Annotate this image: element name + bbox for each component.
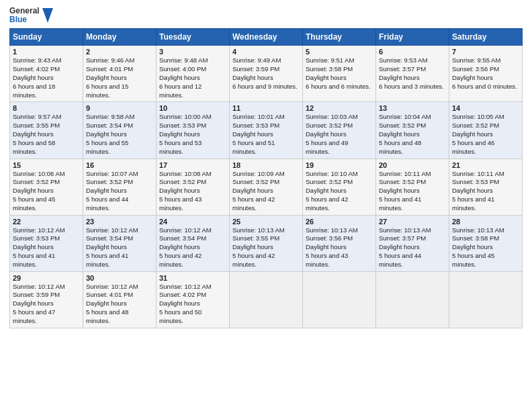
sunrise-label: Sunrise: 9:51 AM [306, 56, 354, 64]
sunset-label: Sunset: 4:00 PM [159, 65, 206, 73]
sunrise-label: Sunrise: 10:01 AM [232, 113, 285, 120]
daylight-label: Daylight hours [86, 74, 127, 81]
sunset-label: Sunset: 4:01 PM [86, 291, 133, 298]
day-info: Sunrise: 10:10 AM Sunset: 3:52 PM Daylig… [306, 170, 373, 213]
sunset-label: Sunset: 3:58 PM [306, 65, 353, 73]
calendar-day-cell: 23 Sunrise: 10:12 AM Sunset: 3:54 PM Day… [83, 215, 157, 271]
day-number: 15 [13, 161, 80, 169]
daylight-duration: 5 hours and 48 minutes. [379, 139, 421, 155]
day-header-monday: Monday [83, 29, 157, 46]
daylight-duration: 5 hours and 48 minutes. [86, 308, 128, 324]
daylight-duration: 6 hours and 15 minutes. [86, 83, 128, 99]
day-number: 23 [86, 218, 153, 226]
day-info: Sunrise: 10:12 AM Sunset: 3:53 PM Daylig… [13, 226, 80, 269]
daylight-duration: 5 hours and 50 minutes. [159, 308, 202, 324]
day-number: 2 [86, 48, 153, 56]
sunrise-label: Sunrise: 10:10 AM [306, 170, 358, 177]
daylight-label: Daylight hours [306, 74, 347, 81]
calendar-table: SundayMondayTuesdayWednesdayThursdayFrid… [9, 28, 523, 328]
sunset-label: Sunset: 3:52 PM [379, 122, 426, 129]
calendar-day-cell: 10 Sunrise: 10:00 AM Sunset: 3:53 PM Day… [157, 102, 230, 158]
day-number: 7 [452, 48, 519, 56]
day-info: Sunrise: 9:53 AM Sunset: 3:57 PM Dayligh… [379, 56, 446, 91]
daylight-duration: 5 hours and 41 minutes. [452, 195, 494, 212]
daylight-label: Daylight hours [86, 243, 127, 250]
sunset-label: Sunset: 3:52 PM [159, 178, 206, 185]
daylight-duration: 5 hours and 53 minutes. [159, 139, 202, 155]
sunset-label: Sunset: 3:57 PM [379, 65, 426, 73]
sunrise-label: Sunrise: 9:53 AM [379, 56, 427, 64]
day-number: 10 [159, 104, 226, 112]
day-number: 6 [379, 48, 446, 56]
sunset-label: Sunset: 3:52 PM [452, 122, 499, 129]
day-number: 29 [13, 274, 80, 282]
daylight-duration: 6 hours and 0 minutes. [452, 83, 517, 90]
daylight-duration: 5 hours and 41 minutes. [86, 252, 128, 268]
daylight-label: Daylight hours [232, 130, 273, 138]
daylight-label: Daylight hours [159, 130, 200, 138]
day-info: Sunrise: 10:06 AM Sunset: 3:52 PM Daylig… [13, 170, 80, 213]
daylight-duration: 5 hours and 42 minutes. [232, 195, 275, 212]
sunset-label: Sunset: 3:52 PM [379, 178, 426, 185]
day-info: Sunrise: 10:13 AM Sunset: 3:55 PM Daylig… [232, 226, 300, 269]
daylight-duration: 5 hours and 45 minutes. [452, 252, 494, 268]
day-number: 26 [306, 218, 373, 226]
calendar-day-cell: 14 Sunrise: 10:05 AM Sunset: 3:52 PM Day… [449, 102, 523, 158]
day-number: 17 [159, 161, 226, 169]
sunrise-label: Sunrise: 10:12 AM [159, 283, 212, 290]
day-number: 21 [452, 161, 519, 169]
day-info: Sunrise: 9:55 AM Sunset: 3:56 PM Dayligh… [452, 56, 519, 91]
day-number: 25 [232, 218, 300, 226]
sunrise-label: Sunrise: 9:57 AM [13, 113, 61, 120]
sunrise-label: Sunrise: 10:11 AM [379, 170, 431, 177]
calendar-day-cell: 20 Sunrise: 10:11 AM Sunset: 3:52 PM Day… [376, 158, 449, 215]
day-number: 27 [379, 218, 446, 226]
daylight-duration: 5 hours and 42 minutes. [159, 252, 202, 268]
sunset-label: Sunset: 3:52 PM [86, 178, 133, 185]
daylight-label: Daylight hours [306, 187, 347, 194]
calendar-day-cell: 6 Sunrise: 9:53 AM Sunset: 3:57 PM Dayli… [376, 46, 449, 102]
calendar-day-cell: 5 Sunrise: 9:51 AM Sunset: 3:58 PM Dayli… [303, 46, 376, 102]
sunrise-label: Sunrise: 10:13 AM [379, 226, 431, 234]
daylight-label: Daylight hours [379, 130, 420, 138]
sunset-label: Sunset: 3:53 PM [159, 122, 206, 129]
calendar-day-cell: 9 Sunrise: 9:58 AM Sunset: 3:54 PM Dayli… [83, 102, 157, 158]
daylight-label: Daylight hours [232, 74, 273, 81]
sunrise-label: Sunrise: 10:13 AM [232, 226, 285, 234]
sunrise-label: Sunrise: 10:11 AM [452, 170, 504, 177]
logo: General Blue [9, 7, 53, 24]
daylight-duration: 5 hours and 42 minutes. [232, 252, 275, 268]
calendar-day-cell: 1 Sunrise: 9:43 AM Sunset: 4:02 PM Dayli… [10, 46, 83, 102]
daylight-duration: 6 hours and 3 minutes. [379, 83, 444, 90]
day-info: Sunrise: 10:11 AM Sunset: 3:52 PM Daylig… [379, 170, 446, 213]
logo-arrow-icon [41, 7, 53, 24]
sunset-label: Sunset: 3:54 PM [86, 234, 133, 242]
calendar-day-cell: 11 Sunrise: 10:01 AM Sunset: 3:53 PM Day… [230, 102, 303, 158]
daylight-duration: 5 hours and 43 minutes. [306, 252, 348, 268]
sunrise-label: Sunrise: 10:13 AM [452, 226, 504, 234]
calendar-day-cell: 19 Sunrise: 10:10 AM Sunset: 3:52 PM Day… [303, 158, 376, 215]
daylight-duration: 6 hours and 6 minutes. [306, 83, 371, 90]
daylight-duration: 5 hours and 58 minutes. [13, 139, 55, 155]
day-info: Sunrise: 10:03 AM Sunset: 3:52 PM Daylig… [306, 113, 373, 156]
calendar-week-row: 22 Sunrise: 10:12 AM Sunset: 3:53 PM Day… [10, 215, 523, 271]
day-info: Sunrise: 10:12 AM Sunset: 3:54 PM Daylig… [159, 226, 226, 269]
day-info: Sunrise: 10:04 AM Sunset: 3:52 PM Daylig… [379, 113, 446, 156]
day-header-thursday: Thursday [303, 29, 376, 46]
daylight-label: Daylight hours [159, 243, 200, 250]
sunset-label: Sunset: 3:55 PM [232, 234, 279, 242]
daylight-label: Daylight hours [306, 130, 347, 138]
daylight-duration: 5 hours and 41 minutes. [13, 252, 55, 268]
day-number: 22 [13, 218, 80, 226]
daylight-duration: 5 hours and 46 minutes. [452, 139, 494, 155]
daylight-duration: 5 hours and 51 minutes. [232, 139, 275, 155]
calendar-day-cell [449, 271, 523, 328]
daylight-duration: 5 hours and 55 minutes. [86, 139, 128, 155]
day-number: 24 [159, 218, 226, 226]
daylight-duration: 5 hours and 44 minutes. [379, 252, 421, 268]
sunrise-label: Sunrise: 10:12 AM [86, 226, 138, 234]
calendar-day-cell: 22 Sunrise: 10:12 AM Sunset: 3:53 PM Day… [10, 215, 83, 271]
sunrise-label: Sunrise: 10:12 AM [86, 283, 138, 290]
day-number: 18 [232, 161, 300, 169]
sunrise-label: Sunrise: 10:04 AM [379, 113, 431, 120]
